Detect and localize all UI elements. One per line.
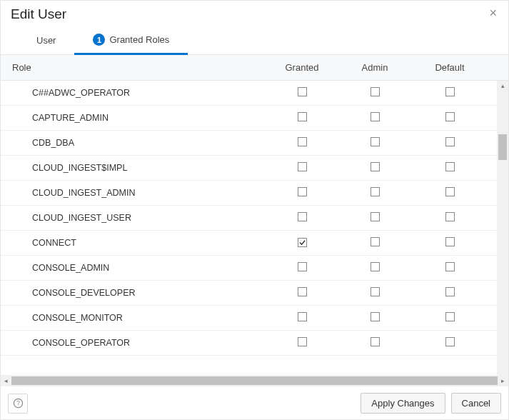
checkbox-admin[interactable]: [371, 262, 380, 271]
checkbox-admin[interactable]: [371, 162, 380, 171]
role-name: CLOUD_INGEST_USER: [1, 213, 265, 223]
checkbox-admin[interactable]: [371, 312, 380, 321]
checkbox-admin[interactable]: [371, 187, 380, 196]
checkbox-granted[interactable]: [298, 287, 307, 296]
checkbox-granted[interactable]: [298, 187, 307, 196]
checkbox-default[interactable]: [445, 212, 455, 221]
checkbox-default[interactable]: [445, 87, 455, 96]
role-name: CONNECT: [1, 238, 265, 248]
edit-user-dialog: Edit User × User 1 Granted Roles Role Gr…: [0, 0, 509, 420]
checkbox-default[interactable]: [445, 337, 455, 346]
table-row: CONSOLE_ADMIN: [1, 256, 497, 281]
close-icon[interactable]: ×: [488, 6, 498, 19]
dialog-footer: ? Apply Changes Cancel: [1, 386, 508, 419]
column-admin[interactable]: Admin: [339, 62, 410, 73]
table-row: CONSOLE_MONITOR: [1, 306, 497, 331]
table-row: CDB_DBA: [1, 131, 497, 156]
checkbox-default[interactable]: [445, 162, 455, 171]
checkbox-admin[interactable]: [371, 87, 380, 96]
tab-user-label: User: [36, 35, 56, 46]
tab-user[interactable]: User: [18, 26, 74, 54]
role-name: CONSOLE_DEVELOPER: [1, 288, 265, 298]
checkbox-admin[interactable]: [371, 112, 380, 121]
role-name: C##ADWC_OPERATOR: [1, 88, 265, 98]
vertical-scroll-thumb[interactable]: [498, 134, 507, 160]
checkbox-granted[interactable]: [298, 262, 307, 271]
table-row: CLOUD_INGEST_ADMIN: [1, 181, 497, 206]
dialog-titlebar: Edit User ×: [1, 1, 508, 26]
horizontal-scrollbar[interactable]: ◂ ▸: [1, 375, 508, 386]
role-name: CONSOLE_MONITOR: [1, 313, 265, 323]
checkbox-default[interactable]: [445, 312, 455, 321]
checkbox-default[interactable]: [445, 237, 455, 246]
apply-changes-button[interactable]: Apply Changes: [361, 393, 445, 414]
help-icon[interactable]: ?: [8, 394, 28, 414]
checkbox-default[interactable]: [445, 262, 455, 271]
table-body-area: C##ADWC_OPERATORCAPTURE_ADMINCDB_DBACLOU…: [1, 81, 508, 375]
role-name: CONSOLE_ADMIN: [1, 263, 265, 273]
table-header: Role Granted Admin Default: [1, 55, 508, 81]
svg-text:?: ?: [16, 399, 20, 406]
vertical-scrollbar[interactable]: ▴: [497, 81, 508, 375]
role-name: CDB_DBA: [1, 138, 265, 148]
column-role[interactable]: Role: [1, 62, 265, 73]
checkbox-granted[interactable]: [298, 87, 307, 96]
tabs: User 1 Granted Roles: [1, 26, 508, 55]
horizontal-scroll-thumb[interactable]: [11, 376, 498, 385]
checkbox-admin[interactable]: [371, 212, 380, 221]
checkbox-granted[interactable]: [298, 112, 307, 121]
checkbox-admin[interactable]: [371, 287, 380, 296]
scroll-left-icon[interactable]: ◂: [1, 376, 11, 386]
table-row: CLOUD_INGEST$IMPL: [1, 156, 497, 181]
scroll-up-icon[interactable]: ▴: [497, 81, 508, 91]
granted-count-badge: 1: [93, 34, 105, 46]
checkbox-granted[interactable]: [298, 337, 307, 346]
column-default[interactable]: Default: [410, 62, 489, 73]
checkbox-granted[interactable]: [298, 162, 307, 171]
table-row: C##ADWC_OPERATOR: [1, 81, 497, 106]
table-row: CONSOLE_OPERATOR: [1, 331, 497, 356]
role-rows: C##ADWC_OPERATORCAPTURE_ADMINCDB_DBACLOU…: [1, 81, 497, 375]
checkbox-granted[interactable]: [298, 137, 307, 146]
checkbox-default[interactable]: [445, 137, 455, 146]
table-row: CAPTURE_ADMIN: [1, 106, 497, 131]
checkbox-admin[interactable]: [371, 237, 380, 246]
table-row: CONSOLE_DEVELOPER: [1, 281, 497, 306]
role-name: CLOUD_INGEST$IMPL: [1, 163, 265, 173]
checkbox-granted[interactable]: [298, 238, 307, 247]
role-name: CLOUD_INGEST_ADMIN: [1, 188, 265, 198]
scroll-right-icon[interactable]: ▸: [498, 376, 508, 386]
checkbox-granted[interactable]: [298, 212, 307, 221]
column-granted[interactable]: Granted: [265, 62, 339, 73]
table-row: CONNECT: [1, 231, 497, 256]
role-name: CAPTURE_ADMIN: [1, 113, 265, 123]
checkbox-granted[interactable]: [298, 312, 307, 321]
dialog-title: Edit User: [11, 6, 66, 22]
checkbox-default[interactable]: [445, 112, 455, 121]
tab-granted-roles[interactable]: 1 Granted Roles: [74, 26, 188, 55]
cancel-button[interactable]: Cancel: [451, 393, 501, 414]
checkbox-default[interactable]: [445, 187, 455, 196]
table-row: CLOUD_INGEST_USER: [1, 206, 497, 231]
checkbox-admin[interactable]: [371, 337, 380, 346]
tab-granted-label: Granted Roles: [109, 34, 169, 45]
role-name: CONSOLE_OPERATOR: [1, 338, 265, 348]
checkbox-admin[interactable]: [371, 137, 380, 146]
checkbox-default[interactable]: [445, 287, 455, 296]
